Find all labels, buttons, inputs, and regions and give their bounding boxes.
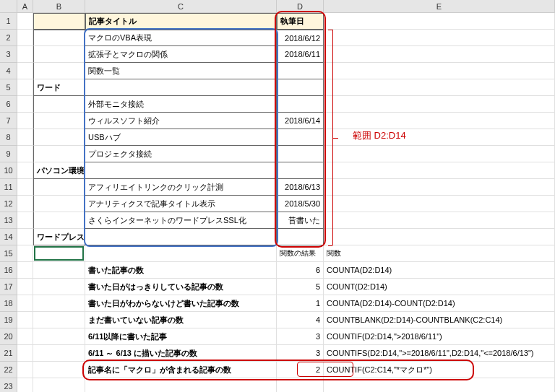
row-header-11[interactable]: 11: [0, 179, 17, 196]
row-header-14[interactable]: 14: [0, 229, 17, 245]
cell-E6[interactable]: [324, 96, 555, 113]
cell-A5[interactable]: [17, 79, 33, 96]
cell-E12[interactable]: [324, 196, 555, 212]
cell-A9[interactable]: [17, 146, 33, 162]
cell-D23[interactable]: [277, 378, 324, 392]
cell-B13[interactable]: [33, 212, 85, 229]
cell-A13[interactable]: [17, 212, 33, 229]
col-header-E[interactable]: E: [324, 0, 555, 13]
cell-B14[interactable]: ワードプレス: [33, 229, 85, 245]
cell-E2[interactable]: [324, 30, 555, 46]
cell-A8[interactable]: [17, 129, 33, 146]
cell-B17[interactable]: [33, 279, 85, 295]
cell-D5[interactable]: [277, 79, 324, 96]
cell-B20[interactable]: [33, 328, 85, 345]
summary-formula-18[interactable]: COUNTA(D2:D14)-COUNT(D2:D14): [324, 295, 555, 312]
cell-D13[interactable]: 昔書いた: [277, 212, 324, 229]
cell-B2[interactable]: [33, 30, 85, 46]
row-header-3[interactable]: 3: [0, 46, 17, 63]
cell-E1[interactable]: [324, 13, 555, 30]
summary-label-21[interactable]: 6/11 ～ 6/13 に描いた記事の数: [85, 345, 277, 362]
cell-A16[interactable]: [17, 262, 33, 279]
cell-B23[interactable]: [33, 378, 85, 392]
cell-D10[interactable]: [277, 162, 324, 179]
cell-C14[interactable]: [85, 229, 277, 245]
row-header-8[interactable]: 8: [0, 129, 17, 146]
cell-B15[interactable]: [33, 245, 85, 262]
cell-D7[interactable]: 2018/6/14: [277, 113, 324, 129]
cell-B18[interactable]: [33, 295, 85, 312]
cell-E5[interactable]: [324, 79, 555, 96]
row-header-13[interactable]: 13: [0, 212, 17, 229]
summary-formula-17[interactable]: COUNT(D2:D14): [324, 279, 555, 295]
cell-A1[interactable]: [17, 13, 33, 30]
cell-B19[interactable]: [33, 312, 85, 328]
cell-C3[interactable]: 拡張子とマクロの関係: [85, 46, 277, 63]
cell-A15[interactable]: [17, 245, 33, 262]
row-header-1[interactable]: 1: [0, 13, 17, 30]
row-header-15[interactable]: 15: [0, 245, 17, 262]
cell-A20[interactable]: [17, 328, 33, 345]
cell-A11[interactable]: [17, 179, 33, 196]
cell-B21[interactable]: [33, 345, 85, 362]
row-header-7[interactable]: 7: [0, 113, 17, 129]
row-header-19[interactable]: 19: [0, 312, 17, 328]
cell-D6[interactable]: [277, 96, 324, 113]
header-B[interactable]: [33, 13, 85, 30]
cell-B10[interactable]: パソコン環境: [33, 162, 85, 179]
summary-value-17[interactable]: 5: [277, 279, 324, 295]
cell-A4[interactable]: [17, 63, 33, 79]
cell-B16[interactable]: [33, 262, 85, 279]
row-header-22[interactable]: 22: [0, 362, 17, 378]
cell-C10[interactable]: [85, 162, 277, 179]
cell-C11[interactable]: アフィリエイトリンクのクリック計測: [85, 179, 277, 196]
summary-value-16[interactable]: 6: [277, 262, 324, 279]
header-C[interactable]: 記事タイトル: [85, 13, 277, 30]
row-header-16[interactable]: 16: [0, 262, 17, 279]
cell-A18[interactable]: [17, 295, 33, 312]
cell-D2[interactable]: 2018/6/12: [277, 30, 324, 46]
cell-C13[interactable]: さくらインターネットのワードプレスSSL化: [85, 212, 277, 229]
cell-D11[interactable]: 2018/6/13: [277, 179, 324, 196]
cell-E4[interactable]: [324, 63, 555, 79]
col-header-D[interactable]: D: [277, 0, 324, 13]
summary-formula-21[interactable]: COUNTIFS(D2:D14,">=2018/6/11",D2:D14,"<=…: [324, 345, 555, 362]
cell-A17[interactable]: [17, 279, 33, 295]
cell-C8[interactable]: USBハブ: [85, 129, 277, 146]
cell-A6[interactable]: [17, 96, 33, 113]
cell-B6[interactable]: [33, 96, 85, 113]
cell-C12[interactable]: アナリティクスで記事タイトル表示: [85, 196, 277, 212]
cell-E8[interactable]: [324, 129, 555, 146]
cell-C23[interactable]: [85, 378, 277, 392]
col-header-A[interactable]: A: [17, 0, 33, 13]
cell-A12[interactable]: [17, 196, 33, 212]
summary-value-21[interactable]: 3: [277, 345, 324, 362]
row-header-9[interactable]: 9: [0, 146, 17, 162]
row-header-17[interactable]: 17: [0, 279, 17, 295]
cell-D8[interactable]: [277, 129, 324, 146]
cell-A3[interactable]: [17, 46, 33, 63]
cell-D14[interactable]: [277, 229, 324, 245]
cell-E9[interactable]: [324, 146, 555, 162]
summary-value-18[interactable]: 1: [277, 295, 324, 312]
summary-formula-22[interactable]: COUNTIF(C2:C14,"*マクロ*"): [324, 362, 555, 378]
cell-B11[interactable]: [33, 179, 85, 196]
cell-C9[interactable]: プロジェクタ接続: [85, 146, 277, 162]
select-all[interactable]: [0, 0, 17, 13]
cell-D9[interactable]: [277, 146, 324, 162]
summary-value-19[interactable]: 4: [277, 312, 324, 328]
cell-B4[interactable]: [33, 63, 85, 79]
cell-A22[interactable]: [17, 362, 33, 378]
header-D[interactable]: 執筆日: [277, 13, 324, 30]
cell-B8[interactable]: [33, 129, 85, 146]
col-header-C[interactable]: C: [85, 0, 277, 13]
summary-value-20[interactable]: 3: [277, 328, 324, 345]
summary-label-22[interactable]: 記事名に「マクロ」が含まれる記事の数: [85, 362, 277, 378]
cell-A19[interactable]: [17, 312, 33, 328]
cell-A21[interactable]: [17, 345, 33, 362]
cell-A7[interactable]: [17, 113, 33, 129]
summary-label-18[interactable]: 書いた日がわからないけど書いた記事の数: [85, 295, 277, 312]
cell-D3[interactable]: 2018/6/11: [277, 46, 324, 63]
cell-C5[interactable]: [85, 79, 277, 96]
row-header-4[interactable]: 4: [0, 63, 17, 79]
